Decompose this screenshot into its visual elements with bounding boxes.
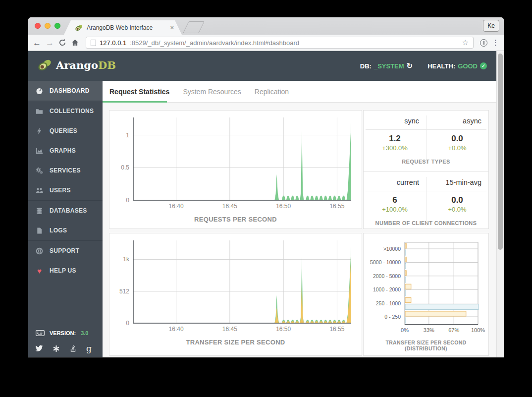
requests-per-second-panel: 16:4016:4516:5016:5500.51 REQUESTS PER S…	[109, 110, 362, 229]
chart-caption: TRANSFER SIZE PER SECOND	[109, 339, 362, 346]
svg-text:0: 0	[126, 320, 129, 327]
client-connections-group: current 15-min-avg 6 +100.0% 0.0 +0.0%	[364, 172, 488, 229]
transfer-size-panel: 16:4016:4516:5016:5505121k TRANSFER SIZE…	[109, 233, 362, 356]
svg-text:512: 512	[119, 288, 129, 295]
home-icon[interactable]	[71, 39, 79, 47]
social-links: g	[35, 343, 92, 353]
gears-icon	[36, 167, 43, 174]
heart-icon: ♥	[36, 267, 43, 275]
svg-text:1000 - 2000: 1000 - 2000	[373, 286, 401, 292]
sidebar-item-label: QUERIES	[50, 127, 77, 134]
url-host: 127.0.0.1	[100, 39, 126, 47]
sidebar-item-users[interactable]: USERS	[28, 180, 103, 200]
address-bar[interactable]: 127.0.0.1 :8529/_db/_system/_admin/aardv…	[86, 37, 474, 49]
avocado-favicon	[75, 24, 83, 32]
sidebar-item-logs[interactable]: LOGS	[28, 221, 103, 240]
svg-text:0 - 250: 0 - 250	[384, 314, 401, 320]
svg-text:16:40: 16:40	[169, 203, 184, 210]
db-selector[interactable]: DB: _SYSTEM ↻	[360, 61, 413, 70]
stat-delta: +0.0%	[426, 144, 488, 152]
close-window-button[interactable]	[35, 23, 41, 29]
stat-col-header: 15-min-avg	[426, 178, 488, 186]
browser-profile-button[interactable]: Ke	[483, 20, 499, 32]
sidebar-item-support[interactable]: SUPPORT	[28, 241, 103, 261]
health-indicator: HEALTH: GOOD ✓	[427, 62, 487, 70]
sidebar-item-collections[interactable]: COLLECTIONS	[28, 101, 103, 121]
sidebar-item-label: SUPPORT	[50, 247, 79, 254]
sidebar-item-queries[interactable]: QUERIES	[28, 121, 103, 141]
requests-per-second-chart: 16:4016:4516:5016:5500.51	[109, 111, 362, 212]
sidebar-item-services[interactable]: SERVICES	[28, 161, 103, 180]
google-icon[interactable]: g	[86, 343, 92, 353]
svg-text:1: 1	[126, 132, 129, 139]
sidebar-item-dashboard[interactable]: DASHBOARD	[28, 81, 103, 101]
zoom-window-button[interactable]	[54, 23, 60, 29]
db-refresh-icon[interactable]: ↻	[407, 61, 413, 70]
slack-icon[interactable]	[53, 345, 60, 352]
app-header: ArangoDB DB: _SYSTEM ↻ HEALTH: GOOD ✓	[28, 51, 504, 81]
svg-text:2000 - 5000: 2000 - 5000	[373, 273, 401, 279]
browser-window: ArangoDB Web Interface × Ke ← → 127.0.0.…	[28, 17, 504, 357]
tab-system-resources[interactable]: System Resources	[183, 88, 241, 96]
dashboard-tabbar: Request Statistics System Resources Repl…	[103, 81, 496, 103]
version-label: VERSION:	[50, 330, 76, 336]
sidebar-item-label: COLLECTIONS	[50, 108, 94, 114]
scrollbar-thumb[interactable]	[498, 54, 503, 250]
stat-value: 0.0	[426, 134, 488, 144]
svg-text:16:45: 16:45	[222, 326, 237, 333]
sidebar-item-label: LOGS	[50, 227, 67, 234]
header-info: DB: _SYSTEM ↻ HEALTH: GOOD ✓	[360, 51, 487, 81]
version-value: 3.0	[81, 330, 88, 336]
sidebar-item-graphs[interactable]: GRAPHS	[28, 141, 103, 161]
bookmark-star-icon[interactable]: ☆	[462, 38, 469, 47]
tab-request-statistics[interactable]: Request Statistics	[109, 88, 169, 96]
area-chart-icon	[36, 147, 43, 155]
stat-value: 1.2	[364, 134, 426, 144]
stat-value: 0.0	[426, 195, 488, 205]
stat-delta: +100.0%	[364, 206, 426, 213]
tab-close-icon[interactable]: ×	[170, 24, 174, 31]
svg-text:0%: 0%	[401, 327, 409, 333]
sidebar-item-help-us[interactable]: ♥ HELP US	[28, 261, 103, 281]
stat-value: 6	[364, 195, 426, 205]
life-ring-icon	[36, 247, 43, 255]
sidebar-item-label: GRAPHS	[50, 147, 76, 154]
tab-replication[interactable]: Replication	[255, 88, 289, 96]
twitter-icon[interactable]	[35, 344, 43, 352]
minimize-window-button[interactable]	[45, 23, 51, 29]
svg-text:16:55: 16:55	[329, 203, 344, 210]
arangodb-logo[interactable]: ArangoDB	[37, 58, 116, 72]
column-divider	[426, 177, 426, 226]
request-types-group: sync async 1.2 +300.0% 0.0 +0.0%	[364, 111, 488, 172]
svg-text:1k: 1k	[123, 256, 130, 263]
sidebar: DASHBOARD COLLECTIONS QUERIES	[28, 81, 103, 357]
svg-text:16:55: 16:55	[329, 326, 344, 333]
svg-text:16:40: 16:40	[169, 326, 184, 333]
svg-text:100%: 100%	[471, 327, 485, 333]
db-label: DB:	[360, 62, 372, 70]
file-icon	[36, 227, 43, 234]
transfer-size-chart: 16:4016:4516:5016:5505121k	[109, 233, 362, 335]
page-scrollbar[interactable]	[496, 51, 504, 357]
new-tab-button[interactable]	[183, 21, 205, 33]
health-value: GOOD	[458, 62, 478, 70]
svg-text:16:45: 16:45	[222, 203, 237, 210]
transfer-distribution-panel: 0%33%67%100%>100005000 - 100002000 - 500…	[363, 233, 489, 356]
sidebar-item-label: SERVICES	[50, 167, 81, 174]
svg-text:0.5: 0.5	[121, 164, 129, 171]
extension-icon[interactable]	[480, 39, 487, 47]
sidebar-item-label: HELP US	[50, 267, 76, 274]
browser-menu-icon[interactable]: ⋮	[492, 38, 499, 47]
transfer-distribution-chart: 0%33%67%100%>100005000 - 100002000 - 500…	[364, 233, 488, 335]
health-label: HEALTH:	[427, 62, 455, 70]
reload-icon[interactable]	[58, 39, 66, 47]
browser-tab[interactable]: ArangoDB Web Interface ×	[64, 20, 182, 35]
back-icon[interactable]: ←	[33, 39, 41, 47]
svg-text:>10000: >10000	[383, 246, 401, 252]
version-info: VERSION: 3.0	[36, 330, 88, 336]
sidebar-item-databases[interactable]: DATABASES	[28, 201, 103, 221]
stat-col-header: current	[364, 178, 426, 186]
browser-tabstrip: ArangoDB Web Interface × Ke	[28, 17, 504, 35]
stats-panel: sync async 1.2 +300.0% 0.0 +0.0%	[363, 110, 489, 229]
stackoverflow-icon[interactable]	[69, 344, 77, 352]
